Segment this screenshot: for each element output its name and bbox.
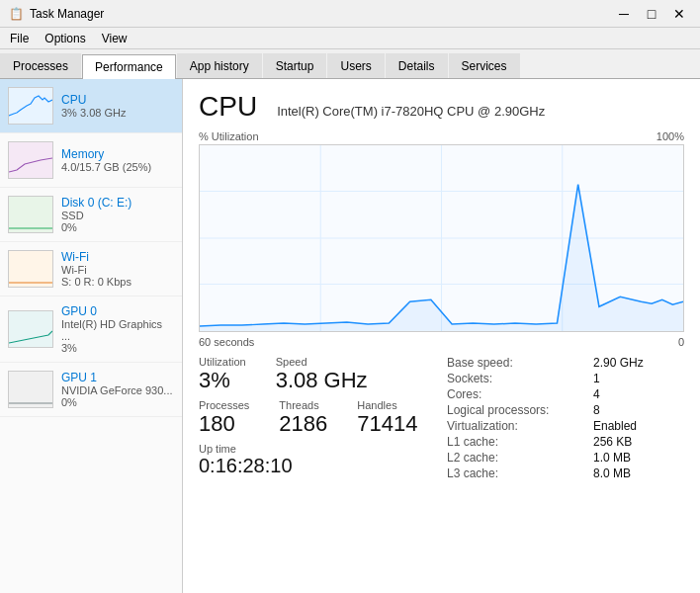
cpu-graph (199, 144, 684, 332)
detail-panel: CPU Intel(R) Core(TM) i7-7820HQ CPU @ 2.… (183, 79, 700, 593)
wifi-thumbnail (8, 250, 53, 288)
tab-processes[interactable]: Processes (0, 53, 81, 78)
info-grid: Base speed: 2.90 GHz Sockets: 1 Cores: 4… (447, 356, 684, 480)
utilization-label-top: % Utilization (199, 130, 259, 142)
processes-value: 180 (199, 411, 249, 437)
handles-group: Handles 71414 (357, 399, 417, 437)
speed-label: Speed (276, 356, 368, 368)
tab-details[interactable]: Details (386, 53, 448, 78)
utilization-value: 3% (199, 368, 246, 393)
processes-row: Processes 180 Threads 2186 Handles 71414 (199, 399, 447, 437)
gpu1-detail2: 0% (61, 396, 174, 408)
wifi-info: Wi-Fi Wi-Fi S: 0 R: 0 Kbps (61, 250, 174, 288)
spec-val-5: 256 KB (593, 435, 684, 449)
spec-val-1: 1 (593, 372, 684, 385)
spec-val-0: 2.90 GHz (593, 356, 684, 370)
spec-key-6: L2 cache: (447, 451, 585, 465)
menu-options[interactable]: Options (39, 31, 91, 46)
processes-label: Processes (199, 399, 249, 411)
bottom-section: Utilization 3% Speed 3.08 GHz Processes … (199, 356, 684, 480)
disk-name: Disk 0 (C: E:) (61, 196, 174, 210)
threads-value: 2186 (279, 411, 327, 437)
spec-val-7: 8.0 MB (593, 466, 684, 480)
spec-key-5: L1 cache: (447, 435, 585, 449)
handles-value: 71414 (357, 411, 417, 437)
gpu0-info: GPU 0 Intel(R) HD Graphics ... 3% (61, 304, 174, 354)
memory-thumbnail (8, 141, 53, 179)
graph-zero-label: 0 (678, 336, 684, 348)
app-title: Task Manager (30, 7, 104, 21)
gpu0-name: GPU 0 (61, 304, 174, 318)
disk-detail1: SSD (61, 210, 174, 221)
spec-key-3: Logical processors: (447, 403, 585, 417)
minimize-button[interactable]: ─ (611, 4, 637, 24)
tab-app-history[interactable]: App history (177, 53, 262, 78)
spec-key-2: Cores: (447, 387, 585, 401)
utilization-speed-row: Utilization 3% Speed 3.08 GHz (199, 356, 447, 393)
graph-label-bottom: 60 seconds 0 (199, 336, 684, 348)
tab-services[interactable]: Services (449, 53, 520, 78)
close-button[interactable]: ✕ (666, 4, 692, 24)
gpu0-detail2: 3% (61, 342, 174, 354)
gpu0-detail1: Intel(R) HD Graphics ... (61, 318, 174, 342)
specs-panel: Base speed: 2.90 GHz Sockets: 1 Cores: 4… (447, 356, 684, 480)
spec-key-4: Virtualization: (447, 419, 585, 433)
speed-group: Speed 3.08 GHz (276, 356, 368, 393)
uptime-value: 0:16:28:10 (199, 455, 447, 477)
menu-view[interactable]: View (96, 31, 133, 46)
wifi-detail2: S: 0 R: 0 Kbps (61, 276, 174, 288)
wifi-detail1: Wi-Fi (61, 264, 174, 276)
sidebar-item-memory[interactable]: Memory 4.0/15.7 GB (25%) (0, 133, 182, 188)
utilization-group: Utilization 3% (199, 356, 246, 393)
cpu-thumbnail (8, 87, 53, 125)
cpu-title: CPU (199, 91, 257, 123)
graph-label-top: % Utilization 100% (199, 130, 684, 142)
uptime-label: Up time (199, 443, 447, 455)
spec-key-0: Base speed: (447, 356, 585, 370)
stats-left: Utilization 3% Speed 3.08 GHz Processes … (199, 356, 447, 480)
utilization-max: 100% (656, 130, 684, 142)
app-icon: 📋 (8, 6, 24, 22)
memory-name: Memory (61, 147, 174, 161)
maximize-button[interactable]: □ (639, 4, 664, 24)
cpu-subtitle: Intel(R) Core(TM) i7-7820HQ CPU @ 2.90GH… (277, 104, 545, 119)
tab-users[interactable]: Users (327, 53, 384, 78)
main-content: CPU 3% 3.08 GHz Memory 4.0/15.7 GB (25%) (0, 79, 700, 593)
disk-detail2: 0% (61, 221, 174, 233)
gpu0-thumbnail (8, 310, 53, 348)
memory-info: Memory 4.0/15.7 GB (25%) (61, 147, 174, 173)
spec-val-6: 1.0 MB (593, 451, 684, 465)
tab-performance[interactable]: Performance (82, 54, 176, 79)
speed-value: 3.08 GHz (276, 368, 368, 393)
spec-key-1: Sockets: (447, 372, 585, 385)
utilization-label: Utilization (199, 356, 246, 368)
threads-label: Threads (279, 399, 327, 411)
spec-val-4: Enabled (593, 419, 684, 433)
gpu1-name: GPU 1 (61, 371, 174, 384)
sidebar-item-wifi[interactable]: Wi-Fi Wi-Fi S: 0 R: 0 Kbps (0, 242, 182, 296)
spec-val-3: 8 (593, 403, 684, 417)
disk-thumbnail (8, 196, 53, 233)
sidebar-item-cpu[interactable]: CPU 3% 3.08 GHz (0, 79, 182, 133)
title-bar: 📋 Task Manager ─ □ ✕ (0, 0, 700, 28)
sidebar-item-gpu1[interactable]: GPU 1 NVIDIA GeForce 930... 0% (0, 363, 182, 417)
gpu1-thumbnail (8, 371, 53, 408)
spec-val-2: 4 (593, 387, 684, 401)
sidebar-item-gpu0[interactable]: GPU 0 Intel(R) HD Graphics ... 3% (0, 296, 182, 363)
memory-detail: 4.0/15.7 GB (25%) (61, 161, 174, 173)
processes-group: Processes 180 (199, 399, 249, 437)
spec-key-7: L3 cache: (447, 466, 585, 480)
cpu-name: CPU (61, 93, 174, 107)
graph-time-label: 60 seconds (199, 336, 254, 348)
wifi-name: Wi-Fi (61, 250, 174, 264)
cpu-info: CPU 3% 3.08 GHz (61, 93, 174, 119)
menu-file[interactable]: File (4, 31, 35, 46)
handles-label: Handles (357, 399, 417, 411)
gpu1-detail1: NVIDIA GeForce 930... (61, 384, 174, 396)
sidebar-item-disk0[interactable]: Disk 0 (C: E:) SSD 0% (0, 188, 182, 242)
detail-header: CPU Intel(R) Core(TM) i7-7820HQ CPU @ 2.… (199, 91, 684, 123)
sidebar: CPU 3% 3.08 GHz Memory 4.0/15.7 GB (25%) (0, 79, 183, 593)
menu-bar: File Options View (0, 28, 700, 49)
tab-startup[interactable]: Startup (263, 53, 327, 78)
uptime-group: Up time 0:16:28:10 (199, 443, 447, 477)
